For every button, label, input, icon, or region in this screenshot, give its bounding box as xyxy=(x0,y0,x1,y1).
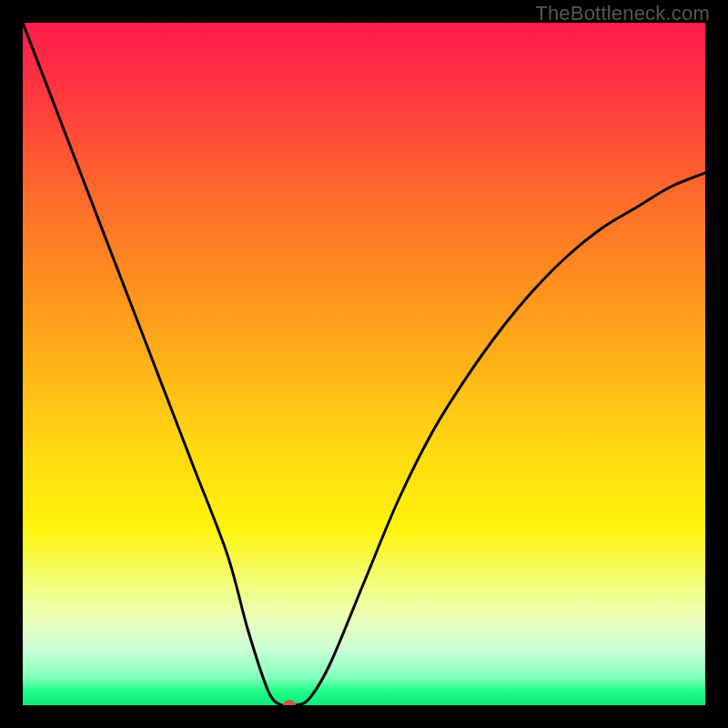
watermark-text: TheBottleneck.com xyxy=(535,2,710,25)
plot-area xyxy=(23,23,705,705)
chart-frame: TheBottleneck.com xyxy=(0,0,728,728)
bottleneck-curve xyxy=(23,23,705,705)
minimum-marker xyxy=(283,700,296,705)
